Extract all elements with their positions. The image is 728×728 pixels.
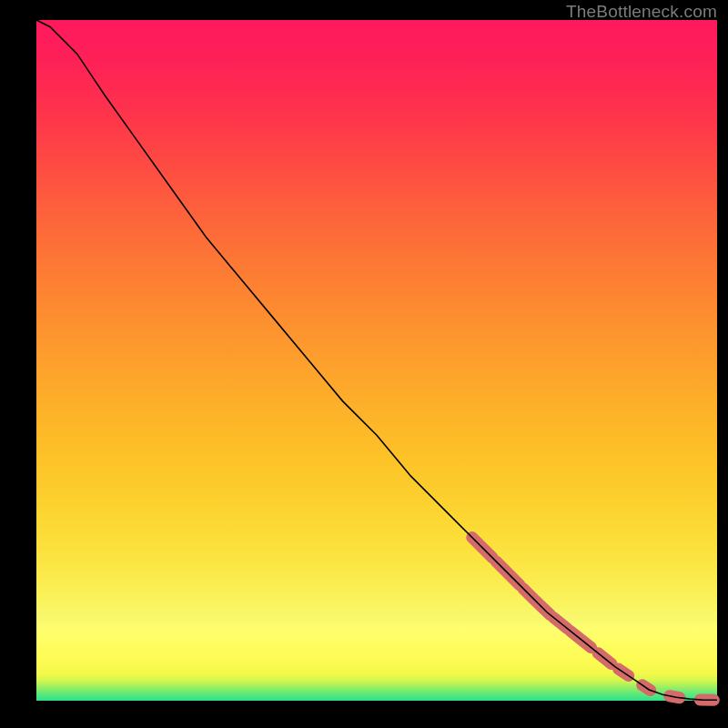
curve-line [36, 20, 717, 700]
watermark-text: TheBottleneck.com [566, 2, 717, 22]
marker-layer [472, 537, 714, 700]
chart-svg [36, 20, 717, 701]
plot-area [36, 20, 717, 701]
chart-frame: TheBottleneck.com [0, 0, 728, 728]
